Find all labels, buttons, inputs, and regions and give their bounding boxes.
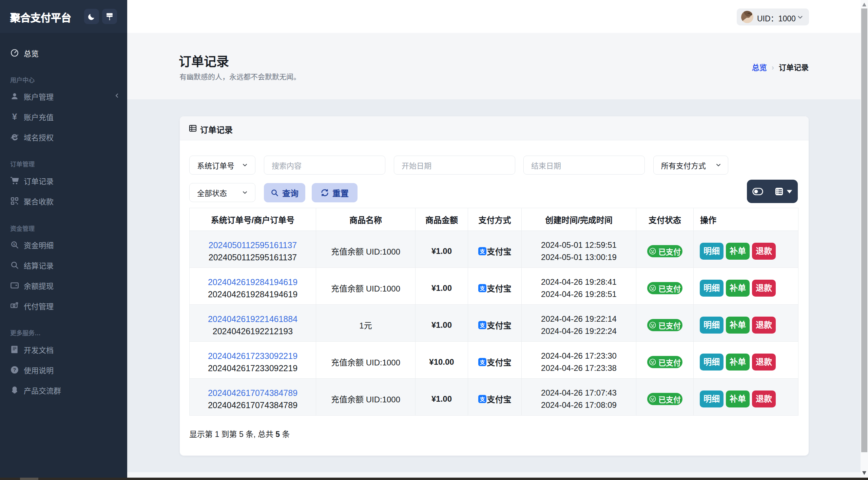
svg-text:支: 支: [479, 359, 485, 365]
svg-text:?: ?: [13, 367, 16, 373]
svg-text:支: 支: [479, 322, 485, 328]
svg-text:支: 支: [479, 248, 485, 254]
svg-text:$: $: [13, 242, 15, 246]
svg-text:支: 支: [479, 285, 485, 291]
svg-text:支: 支: [479, 396, 485, 402]
